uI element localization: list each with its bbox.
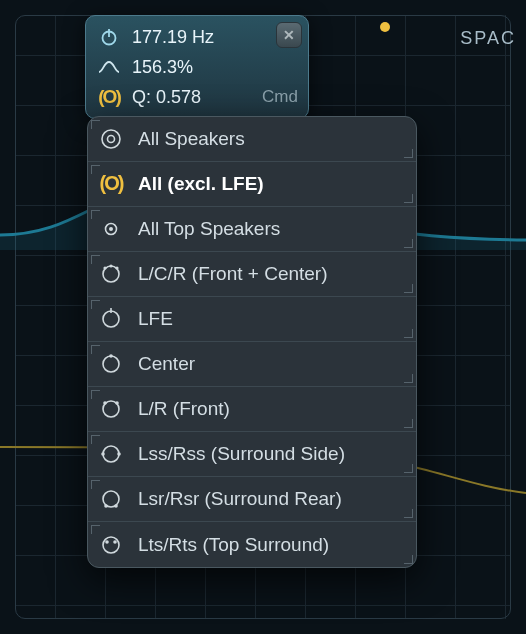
close-button[interactable]: ✕ [276,22,302,48]
bell-curve-icon [96,59,122,75]
svg-point-6 [109,227,113,231]
menu-item-label: Lss/Rss (Surround Side) [138,443,406,465]
menu-item-label: L/R (Front) [138,398,406,420]
node-marker[interactable] [380,22,390,32]
all-speakers-icon [96,124,126,154]
speaker-placement-menu: All Speakers(O)All (excl. LFE)All Top Sp… [87,116,417,568]
q-value: Q: 0.578 [132,87,246,108]
svg-point-18 [103,446,119,462]
menu-item-label: Lsr/Rsr (Surround Rear) [138,488,406,510]
svg-text:(O): (O) [100,172,124,194]
menu-item-label: Center [138,353,406,375]
band-param-panel: ✕ 177.19 Hz 156.3% (O) Q: 0.578 Cmd [85,15,309,119]
menu-item-lr[interactable]: L/R (Front) [88,387,416,432]
svg-point-17 [115,401,119,405]
svg-point-19 [101,452,105,456]
menu-item-label: All Speakers [138,128,406,150]
close-icon: ✕ [283,27,295,43]
top-surround-icon [96,530,126,560]
menu-item-lcr[interactable]: L/C/R (Front + Center) [88,252,416,297]
menu-item-label: All Top Speakers [138,218,406,240]
menu-item-surround-rear[interactable]: Lsr/Rsr (Surround Rear) [88,477,416,522]
menu-item-label: All (excl. LFE) [138,173,406,195]
gain-row[interactable]: 156.3% [96,52,298,82]
menu-item-all-excl-lfe[interactable]: (O)All (excl. LFE) [88,162,416,207]
svg-point-14 [109,354,113,358]
svg-point-26 [113,540,117,544]
menu-item-label: LFE [138,308,406,330]
menu-item-label: Lts/Rts (Top Surround) [138,534,406,556]
top-speakers-icon [96,214,126,244]
menu-item-top-speakers[interactable]: All Top Speakers [88,207,416,252]
gain-value: 156.3% [132,57,298,78]
menu-item-surround-side[interactable]: Lss/Rss (Surround Side) [88,432,416,477]
header-spac-label: SPAC [460,28,516,49]
svg-point-16 [103,401,107,405]
freq-value: 177.19 Hz [132,27,298,48]
svg-point-8 [103,266,106,269]
menu-item-center[interactable]: Center [88,342,416,387]
svg-point-20 [117,452,121,456]
freq-row[interactable]: 177.19 Hz [96,22,298,52]
all-excl-lfe-icon: (O) [96,169,126,199]
menu-item-lfe[interactable]: LFE [88,297,416,342]
svg-point-3 [108,136,115,143]
menu-item-top-surround[interactable]: Lts/Rts (Top Surround) [88,522,416,567]
svg-point-9 [109,264,112,267]
svg-point-22 [104,504,108,508]
q-modifier-label: Cmd [262,87,298,107]
svg-point-13 [103,356,119,372]
surround-side-icon [96,439,126,469]
menu-item-label: L/C/R (Front + Center) [138,263,406,285]
svg-point-24 [103,537,119,553]
lr-icon [96,394,126,424]
q-icon: (O) [96,86,122,108]
svg-point-10 [115,266,118,269]
power-icon [96,27,122,47]
svg-point-2 [102,130,120,148]
menu-item-all-speakers[interactable]: All Speakers [88,117,416,162]
lfe-icon [96,304,126,334]
svg-point-11 [103,311,119,327]
svg-point-23 [114,504,118,508]
lcr-icon [96,259,126,289]
center-icon [96,349,126,379]
svg-point-25 [105,540,109,544]
q-row[interactable]: (O) Q: 0.578 Cmd [96,82,298,112]
surround-rear-icon [96,484,126,514]
